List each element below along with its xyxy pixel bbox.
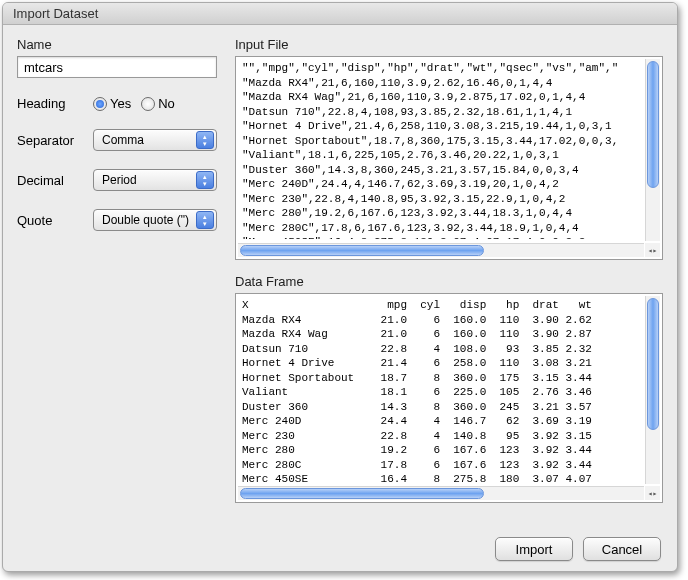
- quote-label: Quote: [17, 213, 85, 228]
- scroll-corner-icon: ◂▸: [645, 243, 660, 257]
- scroll-thumb[interactable]: [240, 488, 484, 499]
- scroll-corner-icon: ◂▸: [645, 486, 660, 500]
- data-frame-box: X mpg cyl disp hp drat wt Mazda RX4 21.0…: [235, 293, 663, 503]
- radio-unchecked-icon: [141, 97, 155, 111]
- horizontal-scrollbar[interactable]: [238, 486, 644, 500]
- heading-no-option[interactable]: No: [141, 96, 175, 111]
- separator-label: Separator: [17, 133, 85, 148]
- quote-value: Double quote ("): [102, 213, 189, 227]
- scroll-thumb[interactable]: [647, 61, 659, 188]
- chevron-updown-icon: ▴▾: [196, 171, 214, 189]
- separator-value: Comma: [102, 133, 144, 147]
- input-file-box: "","mpg","cyl","disp","hp","drat","wt","…: [235, 56, 663, 260]
- vertical-scrollbar[interactable]: [645, 296, 660, 484]
- decimal-value: Period: [102, 173, 137, 187]
- quote-select[interactable]: Double quote (") ▴▾: [93, 209, 217, 231]
- decimal-select[interactable]: Period ▴▾: [93, 169, 217, 191]
- preview-panel: Input File "","mpg","cyl","disp","hp","d…: [235, 37, 663, 525]
- heading-radio-group: Yes No: [93, 96, 175, 111]
- horizontal-scrollbar[interactable]: [238, 243, 644, 257]
- vertical-scrollbar[interactable]: [645, 59, 660, 241]
- data-frame-table: X mpg cyl disp hp drat wt Mazda RX4 21.0…: [242, 298, 642, 482]
- chevron-updown-icon: ▴▾: [196, 211, 214, 229]
- input-file-text: "","mpg","cyl","disp","hp","drat","wt","…: [242, 61, 642, 239]
- heading-yes-option[interactable]: Yes: [93, 96, 131, 111]
- heading-yes-label: Yes: [110, 96, 131, 111]
- cancel-button[interactable]: Cancel: [583, 537, 661, 561]
- dialog-content: Name Heading Yes No Separator: [3, 25, 677, 525]
- name-input[interactable]: [17, 56, 217, 78]
- radio-checked-icon: [93, 97, 107, 111]
- separator-select[interactable]: Comma ▴▾: [93, 129, 217, 151]
- import-button[interactable]: Import: [495, 537, 573, 561]
- dialog-footer: Import Cancel: [495, 537, 661, 561]
- data-frame-label: Data Frame: [235, 274, 663, 289]
- import-dataset-dialog: Import Dataset Name Heading Yes No: [2, 2, 678, 572]
- name-label: Name: [17, 37, 217, 52]
- dialog-title: Import Dataset: [3, 3, 677, 25]
- heading-label: Heading: [17, 96, 85, 111]
- decimal-label: Decimal: [17, 173, 85, 188]
- input-file-label: Input File: [235, 37, 663, 52]
- heading-no-label: No: [158, 96, 175, 111]
- scroll-thumb[interactable]: [647, 298, 659, 430]
- chevron-updown-icon: ▴▾: [196, 131, 214, 149]
- options-panel: Name Heading Yes No Separator: [17, 37, 217, 525]
- scroll-thumb[interactable]: [240, 245, 484, 256]
